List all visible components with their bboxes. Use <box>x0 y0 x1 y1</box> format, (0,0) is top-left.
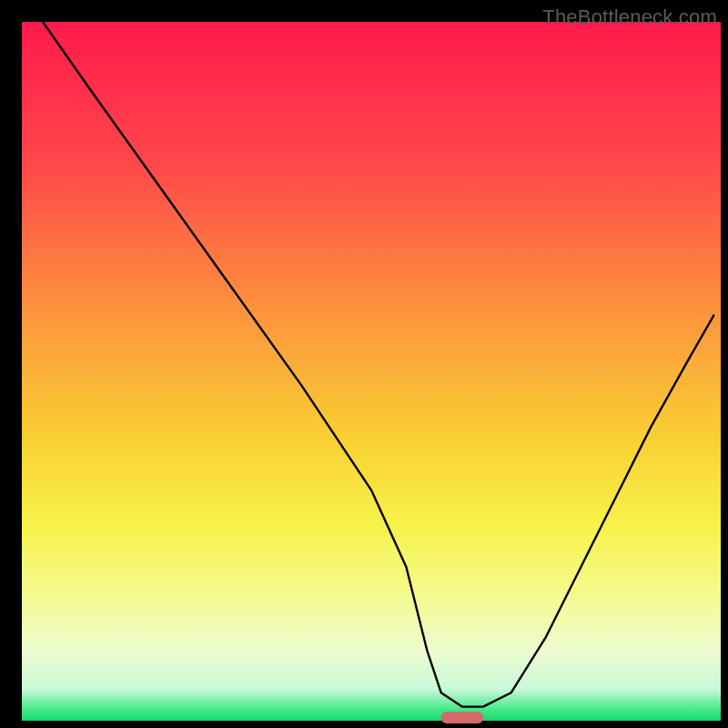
optimal-marker <box>441 712 483 723</box>
watermark-text: TheBottleneck.com <box>542 5 717 29</box>
bottleneck-chart: TheBottleneck.com <box>0 0 728 728</box>
plot-background <box>22 22 721 721</box>
chart-canvas <box>0 0 728 728</box>
